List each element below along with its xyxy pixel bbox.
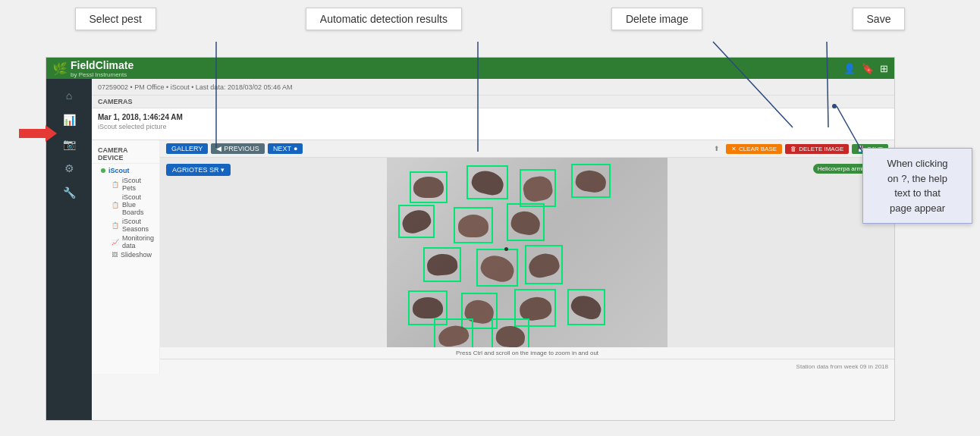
- nav-iscout-blue-boards[interactable]: 📋 iScout Blue Boards: [108, 193, 153, 217]
- status-text: Station data from week 09 in 2018: [796, 363, 888, 370]
- breadcrumb-text: 07259002 • PM Office • iScout • Last dat…: [98, 83, 292, 91]
- detection-box: [398, 205, 435, 238]
- annotation-select-pest: Select pest: [75, 8, 156, 30]
- detection-box: [492, 318, 529, 347]
- grid-icon[interactable]: ⊞: [880, 63, 888, 74]
- detection-box: [466, 165, 508, 199]
- nav-iscout-seasons[interactable]: 📋 iScout Seasons: [108, 217, 153, 234]
- nav-iscout[interactable]: iScout: [98, 165, 153, 176]
- app-window: 🌿 FieldClimate by Pessl Instruments 👤 🔖 …: [46, 57, 895, 421]
- detection-box: [434, 318, 473, 347]
- annotation-auto-detection: Automatic detection results: [306, 8, 462, 30]
- detection-box: [571, 164, 611, 198]
- nav-slideshow[interactable]: 🖼 Slideshow: [108, 250, 153, 259]
- status-bar: Station data from week 09 in 2018: [160, 359, 894, 374]
- svg-marker-6: [19, 125, 57, 142]
- top-navbar: 🌿 FieldClimate by Pessl Instruments 👤 🔖 …: [46, 58, 894, 79]
- delete-image-button[interactable]: 🗑 DELETE IMAGE: [785, 144, 849, 154]
- pest-dropdown-button[interactable]: AGRIOTES SR ▾: [166, 164, 231, 176]
- camera-device-label: CAMERA DEVICE: [92, 143, 159, 164]
- sidebar-item-camera[interactable]: 📷: [55, 133, 83, 155]
- main-content: 07259002 • PM Office • iScout • Last dat…: [92, 79, 894, 420]
- nav-iscout-pets[interactable]: 📋 iScout Pets: [108, 176, 153, 193]
- gallery-button[interactable]: GALLERY: [166, 143, 208, 154]
- pest-selector[interactable]: AGRIOTES SR ▾: [166, 164, 231, 176]
- logo-sub: by Pessl Instruments: [71, 71, 133, 78]
- red-arrow-indicator: [19, 125, 57, 145]
- previous-button[interactable]: ◀ PREVIOUS: [211, 143, 265, 154]
- sub-nav-list: 📋 iScout Pets 📋 iScout Blue Boards 📋 iSc…: [98, 176, 153, 259]
- sidebar-item-chart[interactable]: 📊: [55, 109, 83, 130]
- sidebar-item-settings[interactable]: ⚙: [55, 158, 83, 179]
- logo-text: FieldClimate: [71, 59, 133, 71]
- iscout-nav: iScout 📋 iScout Pets 📋 iScout Blue Board…: [92, 164, 159, 261]
- detection-box: [410, 171, 448, 203]
- detection-box: [507, 203, 545, 241]
- station-sub: iScout selected picture: [98, 123, 888, 130]
- section-cameras-label: CAMERAS: [92, 96, 894, 108]
- sidebar-item-home[interactable]: ⌂: [55, 85, 83, 106]
- bookmark-icon[interactable]: 🔖: [862, 63, 874, 74]
- breadcrumb: 07259002 • PM Office • iScout • Last dat…: [92, 79, 894, 96]
- image-caption: Press Ctrl and scroll on the image to zo…: [160, 347, 894, 359]
- sidebar-item-tools[interactable]: 🔧: [55, 182, 83, 203]
- detection-box: [423, 247, 461, 282]
- user-icon[interactable]: 👤: [843, 63, 856, 74]
- next-button[interactable]: NEXT ●: [268, 143, 303, 154]
- gallery-toolbar: GALLERY ◀ PREVIOUS NEXT ● ⬆ ✕ CLEAR BASE…: [160, 140, 894, 158]
- station-name: Mar 1, 2018, 1:46:24 AM: [98, 113, 888, 121]
- image-area: AGRIOTES SR ▾ Helicoverpa armigera 09: [160, 158, 894, 359]
- detection-box: [520, 169, 556, 207]
- content-header: Mar 1, 2018, 1:46:24 AM iScout selected …: [92, 108, 894, 140]
- detection-box: [454, 207, 493, 243]
- logo-area: 🌿 FieldClimate by Pessl Instruments: [52, 59, 133, 78]
- annotation-delete-image: Delete image: [611, 8, 703, 30]
- moth-image[interactable]: [387, 158, 667, 347]
- annotation-save: Save: [853, 8, 906, 30]
- detection-box: [525, 245, 563, 284]
- nav-monitoring-data[interactable]: 📈 Monitoring data: [108, 234, 153, 250]
- clear-base-button[interactable]: ✕ CLEAR BASE: [726, 144, 782, 154]
- moth-image-bg: [387, 158, 667, 347]
- small-dot: [504, 247, 508, 251]
- help-tooltip: When clicking on ?, the help text to tha…: [862, 148, 972, 224]
- detection-box: [476, 249, 518, 287]
- nav-icons: 👤 🔖 ⊞: [843, 63, 888, 74]
- detection-box: [567, 289, 605, 325]
